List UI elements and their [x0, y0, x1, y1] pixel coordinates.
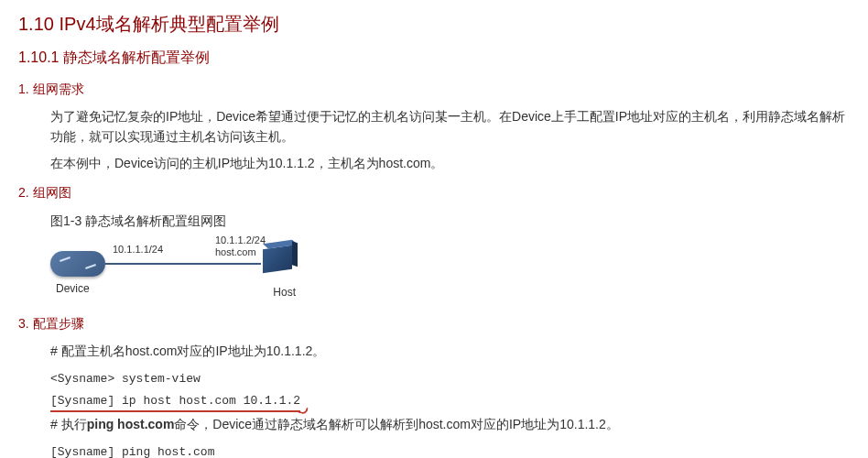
router-icon — [50, 251, 105, 277]
step-1-text: # 配置主机名host.com对应的IP地址为10.1.1.2。 — [50, 341, 850, 361]
topology-diagram: 10.1.1.1/24 10.1.1.2/24 host.com Device … — [50, 240, 307, 304]
figure-caption: 图1-3 静态域名解析配置组网图 — [50, 211, 850, 231]
command-line-2: [Sysname] ip host host.com 10.1.1.2 — [50, 393, 300, 412]
command-line-1: <Sysname> system-view — [50, 371, 201, 387]
section-heading-2: 1.10.1 静态域名解析配置举例 — [18, 46, 850, 70]
host-label: Host — [273, 284, 296, 301]
subsection-3-title: 3. 配置步骤 — [18, 313, 850, 333]
link-line — [105, 263, 261, 265]
section-heading-1: 1.10 IPv4域名解析典型配置举例 — [18, 9, 850, 38]
ip-label-host: 10.1.1.2/24 host.com — [215, 234, 266, 258]
host-icon — [263, 247, 298, 282]
subsection-2-title: 2. 组网图 — [18, 182, 850, 202]
sec1-paragraph-2: 在本例中，Device访问的主机IP地址为10.1.1.2，主机名为host.c… — [50, 153, 850, 173]
sec1-paragraph-1: 为了避免记忆复杂的IP地址，Device希望通过便于记忆的主机名访问某一主机。在… — [50, 106, 850, 147]
command-line-3: [Sysname] ping host.com — [50, 444, 214, 458]
device-label: Device — [56, 280, 90, 298]
subsection-1-title: 1. 组网需求 — [18, 79, 850, 99]
step-2-text: # 执行ping host.com命令，Device通过静态域名解析可以解析到h… — [50, 414, 850, 434]
ip-label-device: 10.1.1.1/24 — [113, 242, 163, 258]
